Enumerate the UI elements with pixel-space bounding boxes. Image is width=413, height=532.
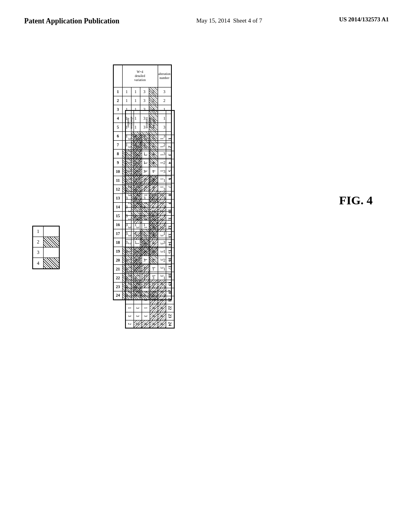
publication-title: Patent Application Publication	[24, 16, 119, 26]
figure-area: W=4 detailed variationalteration number1…	[113, 52, 387, 415]
page-header: Patent Application Publication May 15, 2…	[0, 0, 413, 34]
legend-box: 1 2 3 4	[32, 226, 60, 269]
sheet-info: May 15, 2014 Sheet 4 of 7	[196, 16, 262, 25]
patent-number: US 2014/132573 A1	[339, 16, 389, 23]
